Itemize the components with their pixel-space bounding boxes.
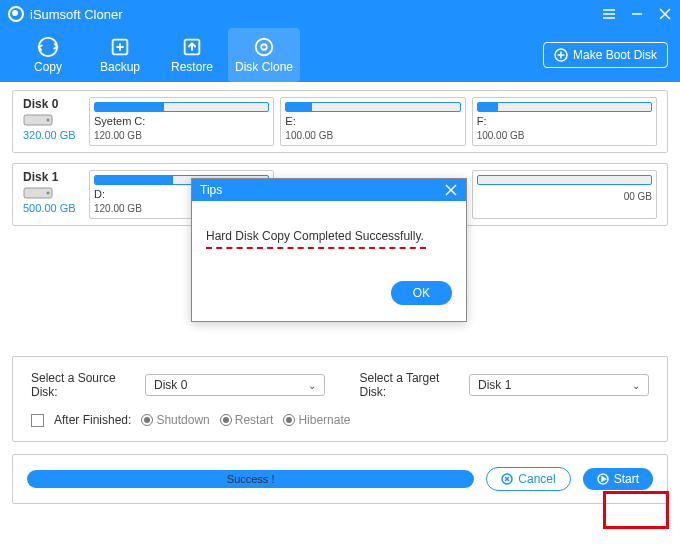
bottom-card: Success ! Cancel Start — [12, 454, 668, 504]
disk-header-0: Disk 0 320.00 GB — [23, 97, 81, 141]
hdd-icon — [23, 114, 53, 126]
target-disk-value: Disk 1 — [478, 378, 511, 392]
make-boot-label: Make Boot Disk — [573, 48, 657, 62]
partition-size: 100.00 GB — [477, 130, 652, 141]
start-button[interactable]: Start — [583, 468, 653, 490]
settings-card: Select a Source Disk: Disk 0 ⌄ Select a … — [12, 356, 668, 442]
make-boot-disk-button[interactable]: Make Boot Disk — [543, 42, 668, 68]
tab-copy[interactable]: Copy — [12, 28, 84, 82]
after-finished-label: After Finished: — [54, 413, 131, 427]
x-circle-icon — [501, 473, 513, 485]
restart-radio[interactable]: Restart — [220, 413, 274, 427]
titlebar: iSumsoft Cloner — [0, 0, 680, 28]
disk-name: Disk 1 — [23, 170, 58, 184]
partition-size: 00 GB — [477, 191, 652, 202]
play-circle-icon — [597, 473, 609, 485]
tips-modal: Tips Hard Disk Copy Completed Successful… — [191, 178, 467, 322]
target-disk-label: Select a Target Disk: — [359, 371, 459, 399]
svg-marker-24 — [602, 477, 606, 481]
svg-point-11 — [256, 39, 273, 56]
partition[interactable]: F: 100.00 GB — [472, 97, 657, 146]
svg-point-19 — [47, 192, 50, 195]
disk-card-0: Disk 0 320.00 GB Syetem C: 120.00 GB E: … — [12, 90, 668, 153]
hdd-icon — [23, 187, 53, 199]
close-icon[interactable] — [658, 7, 672, 21]
toolbar: Copy Backup Restore Disk Clone Make Boot… — [0, 28, 680, 82]
partition[interactable]: E: 100.00 GB — [280, 97, 465, 146]
window-controls — [602, 7, 672, 21]
svg-point-17 — [47, 119, 50, 122]
tab-restore[interactable]: Restore — [156, 28, 228, 82]
modal-title: Tips — [200, 183, 222, 197]
start-label: Start — [614, 472, 639, 486]
minimize-icon[interactable] — [630, 7, 644, 21]
source-disk-dropdown[interactable]: Disk 0 ⌄ — [145, 374, 325, 396]
source-disk-label: Select a Source Disk: — [31, 371, 135, 399]
partition[interactable]: 00 GB — [472, 170, 657, 219]
cancel-button[interactable]: Cancel — [486, 467, 570, 491]
partition-label: F: — [477, 115, 652, 127]
app-title: iSumsoft Cloner — [30, 7, 122, 22]
partition[interactable]: Syetem C: 120.00 GB — [89, 97, 274, 146]
source-disk-value: Disk 0 — [154, 378, 187, 392]
modal-titlebar: Tips — [192, 179, 466, 201]
progress-bar: Success ! — [27, 470, 474, 488]
titlebar-left: iSumsoft Cloner — [8, 6, 122, 22]
modal-ok-button[interactable]: OK — [391, 281, 452, 305]
diskclone-icon — [253, 36, 275, 58]
hibernate-radio[interactable]: Hibernate — [283, 413, 350, 427]
tab-restore-label: Restore — [171, 60, 213, 74]
disk-name: Disk 0 — [23, 97, 58, 111]
chevron-down-icon: ⌄ — [308, 380, 316, 391]
copy-icon — [37, 36, 59, 58]
backup-icon — [109, 36, 131, 58]
partition-label: Syetem C: — [94, 115, 269, 127]
disk-size: 320.00 GB — [23, 129, 76, 141]
partition-label: E: — [285, 115, 460, 127]
partition-size: 100.00 GB — [285, 130, 460, 141]
after-finished-checkbox[interactable] — [31, 414, 44, 427]
tab-diskclone[interactable]: Disk Clone — [228, 28, 300, 82]
app-logo-icon — [8, 6, 24, 22]
tab-copy-label: Copy — [34, 60, 62, 74]
modal-footer: OK — [192, 265, 466, 321]
restore-icon — [181, 36, 203, 58]
modal-underline — [206, 247, 426, 249]
modal-close-icon[interactable] — [444, 183, 458, 197]
cancel-label: Cancel — [518, 472, 555, 486]
progress-text: Success ! — [227, 473, 275, 485]
toolbar-tabs: Copy Backup Restore Disk Clone — [12, 28, 300, 82]
plus-circle-icon — [554, 48, 568, 62]
partition-size: 120.00 GB — [94, 130, 269, 141]
shutdown-radio[interactable]: Shutdown — [141, 413, 209, 427]
chevron-down-icon: ⌄ — [632, 380, 640, 391]
disk-size: 500.00 GB — [23, 202, 76, 214]
tab-backup-label: Backup — [100, 60, 140, 74]
target-disk-dropdown[interactable]: Disk 1 ⌄ — [469, 374, 649, 396]
modal-message: Hard Disk Copy Completed Successfully. — [206, 229, 452, 243]
disk-header-1: Disk 1 500.00 GB — [23, 170, 81, 214]
modal-body: Hard Disk Copy Completed Successfully. — [192, 201, 466, 265]
menu-icon[interactable] — [602, 7, 616, 21]
tab-backup[interactable]: Backup — [84, 28, 156, 82]
tab-diskclone-label: Disk Clone — [235, 60, 293, 74]
partitions-0: Syetem C: 120.00 GB E: 100.00 GB F: 100.… — [89, 97, 657, 146]
svg-point-12 — [261, 44, 267, 50]
